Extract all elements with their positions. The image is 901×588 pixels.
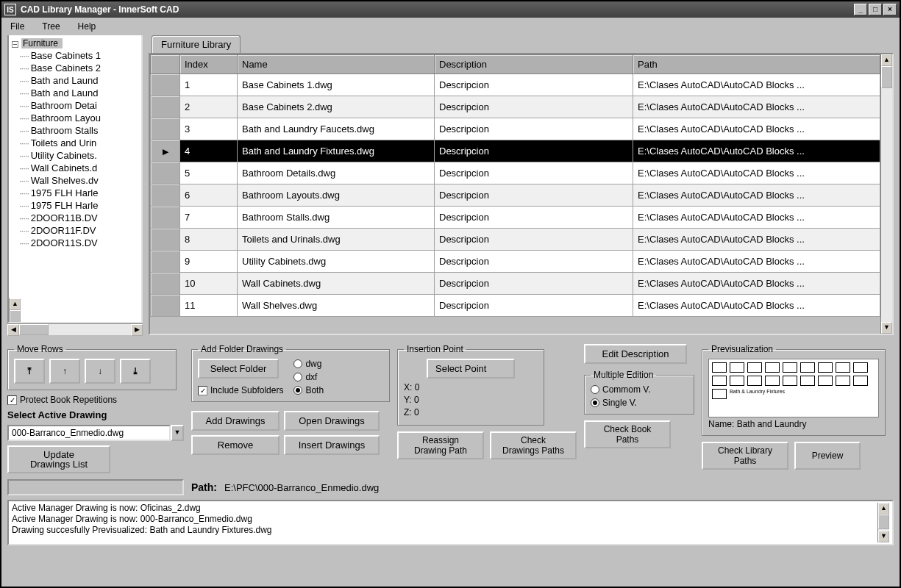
row-header[interactable] — [151, 184, 180, 207]
menu-tree[interactable]: Tree — [42, 21, 60, 32]
cell-desc[interactable]: Descripcion — [435, 295, 633, 317]
cell-idx[interactable]: 3 — [180, 118, 238, 140]
table-row[interactable]: 8Toilets and Urinals.dwgDescripcionE:\Cl… — [151, 229, 880, 251]
cell-path[interactable]: E:\Clases AutoCAD\AutoCAD Blocks ... — [633, 295, 880, 317]
tree-item[interactable]: 1975 FLH Harle — [10, 187, 141, 199]
tree-item[interactable]: Bathroom Layou — [10, 112, 141, 124]
column-header[interactable] — [151, 55, 180, 74]
tree-item[interactable]: 2DOOR11B.DV — [10, 212, 141, 224]
table-row[interactable]: 2Base Cabinets 2.dwgDescripcionE:\Clases… — [151, 96, 880, 118]
select-folder-button[interactable]: Select Folder — [198, 359, 279, 379]
include-subfolders-checkbox[interactable]: ✓Include Subfolders — [198, 386, 283, 395]
update-drawings-list-button[interactable]: Update Drawings List — [7, 445, 110, 473]
menu-help[interactable]: Help — [78, 21, 96, 32]
scroll-left-icon[interactable]: ◀ — [7, 324, 19, 336]
path-input[interactable] — [7, 479, 184, 495]
tab-library[interactable]: Furniture Library — [152, 35, 241, 53]
cell-name[interactable]: Bathroom Details.dwg — [238, 162, 435, 184]
cell-name[interactable]: Bathroom Stalls.dwg — [238, 207, 435, 229]
cell-path[interactable]: E:\Clases AutoCAD\AutoCAD Blocks ... — [633, 96, 880, 118]
row-header[interactable] — [151, 118, 180, 140]
cell-path[interactable]: E:\Clases AutoCAD\AutoCAD Blocks ... — [633, 273, 880, 295]
column-header[interactable]: Index — [180, 55, 238, 74]
tree-item[interactable]: Wall Shelves.dv — [10, 174, 141, 187]
cell-path[interactable]: E:\Clases AutoCAD\AutoCAD Blocks ... — [633, 74, 880, 96]
tree-item[interactable]: Bathroom Detai — [10, 99, 141, 112]
edit-description-button[interactable]: Edit Description — [584, 344, 687, 364]
row-header[interactable] — [151, 295, 180, 317]
tree-item[interactable]: Bathroom Stalls — [10, 124, 141, 137]
table-row[interactable]: 11Wall Shelves.dwgDescripcionE:\Clases A… — [151, 295, 880, 317]
tree-item[interactable]: 1975 FLH Harle — [10, 199, 141, 212]
move-bottom-button[interactable]: ⤓ — [120, 359, 151, 384]
row-header[interactable] — [151, 162, 180, 184]
cell-desc[interactable]: Descripcion — [435, 229, 633, 251]
tree-item[interactable]: Bath and Laund — [10, 74, 141, 87]
scroll-up-icon[interactable]: ▲ — [10, 298, 21, 310]
column-header[interactable]: Path — [633, 55, 880, 74]
menu-file[interactable]: File — [10, 21, 24, 32]
scroll-right-icon[interactable]: ▶ — [131, 324, 143, 336]
radio-common[interactable]: Commom V. — [591, 384, 688, 395]
check-drawings-paths-button[interactable]: Check Drawings Paths — [490, 431, 577, 459]
table-row[interactable]: 1Base Cabinets 1.dwgDescripcionE:\Clases… — [151, 74, 880, 96]
add-drawings-button[interactable]: Add Drawings — [191, 411, 279, 431]
radio-dwg[interactable]: dwg — [293, 359, 324, 369]
cell-desc[interactable]: Descripcion — [435, 74, 633, 96]
cell-idx[interactable]: 4 — [180, 140, 238, 162]
dropdown-icon[interactable]: ▼ — [171, 425, 184, 441]
open-drawings-button[interactable]: Open Drawings — [284, 411, 380, 431]
table-row[interactable]: 7Bathroom Stalls.dwgDescripcionE:\Clases… — [151, 207, 880, 229]
cell-idx[interactable]: 9 — [180, 251, 238, 273]
cell-desc[interactable]: Descripcion — [435, 207, 633, 229]
cell-desc[interactable]: Descripcion — [435, 251, 633, 273]
cell-name[interactable]: Base Cabinets 1.dwg — [238, 74, 435, 96]
insert-drawings-button[interactable]: Insert Drawings — [284, 435, 380, 455]
table-row[interactable]: 9Utility Cabinets.dwgDescripcionE:\Clase… — [151, 251, 880, 273]
row-header[interactable] — [151, 251, 180, 273]
cell-desc[interactable]: Descripcion — [435, 96, 633, 118]
maximize-button[interactable]: □ — [869, 4, 882, 15]
cell-desc[interactable]: Descripcion — [435, 273, 633, 295]
radio-dxf[interactable]: dxf — [293, 372, 324, 382]
cell-path[interactable]: E:\Clases AutoCAD\AutoCAD Blocks ... — [633, 118, 880, 140]
column-header[interactable]: Name — [238, 55, 435, 74]
table-row[interactable]: 6Bathroom Layouts.dwgDescripcionE:\Clase… — [151, 184, 880, 207]
row-header[interactable] — [151, 74, 180, 96]
cell-path[interactable]: E:\Clases AutoCAD\AutoCAD Blocks ... — [633, 251, 880, 273]
cell-idx[interactable]: 6 — [180, 184, 238, 207]
scroll-up-icon[interactable]: ▲ — [881, 54, 892, 66]
remove-button[interactable]: Remove — [191, 435, 279, 455]
grid-vscroll[interactable]: ▲ ▼ — [880, 54, 892, 334]
row-header[interactable] — [151, 207, 180, 229]
cell-desc[interactable]: Descripcion — [435, 184, 633, 207]
tree-item[interactable]: Base Cabinets 1 — [10, 49, 141, 62]
tree-hscroll[interactable]: ◀ ▶ — [7, 323, 143, 335]
move-top-button[interactable]: ⤒ — [14, 359, 45, 384]
cell-path[interactable]: E:\Clases AutoCAD\AutoCAD Blocks ... — [633, 207, 880, 229]
table-row[interactable]: 5Bathroom Details.dwgDescripcionE:\Clase… — [151, 162, 880, 184]
cell-name[interactable]: Toilets and Urinals.dwg — [238, 229, 435, 251]
tree-item[interactable]: 2DOOR11S.DV — [10, 237, 141, 249]
active-drawing-combo[interactable]: ▼ — [7, 425, 184, 441]
cell-idx[interactable]: 1 — [180, 74, 238, 96]
cell-idx[interactable]: 10 — [180, 273, 238, 295]
row-header[interactable]: ▶ — [151, 140, 180, 162]
cell-idx[interactable]: 11 — [180, 295, 238, 317]
cell-name[interactable]: Utility Cabinets.dwg — [238, 251, 435, 273]
scroll-up-icon[interactable]: ▲ — [878, 503, 889, 514]
tree-item[interactable]: 2DOOR11F.DV — [10, 224, 141, 237]
cell-idx[interactable]: 8 — [180, 229, 238, 251]
cell-desc[interactable]: Descripcion — [435, 162, 633, 184]
tree-item[interactable]: Base Cabinets 2 — [10, 62, 141, 74]
cell-name[interactable]: Wall Cabinets.dwg — [238, 273, 435, 295]
row-header[interactable] — [151, 229, 180, 251]
tree-item[interactable]: Wall Cabinets.d — [10, 162, 141, 174]
cell-idx[interactable]: 2 — [180, 96, 238, 118]
active-drawing-input[interactable] — [7, 425, 171, 441]
tree-item[interactable]: Bath and Laund — [10, 87, 141, 99]
close-button[interactable]: × — [883, 4, 897, 15]
check-library-paths-button[interactable]: Check Library Paths — [702, 442, 788, 470]
cell-name[interactable]: Wall Shelves.dwg — [238, 295, 435, 317]
row-header[interactable] — [151, 96, 180, 118]
